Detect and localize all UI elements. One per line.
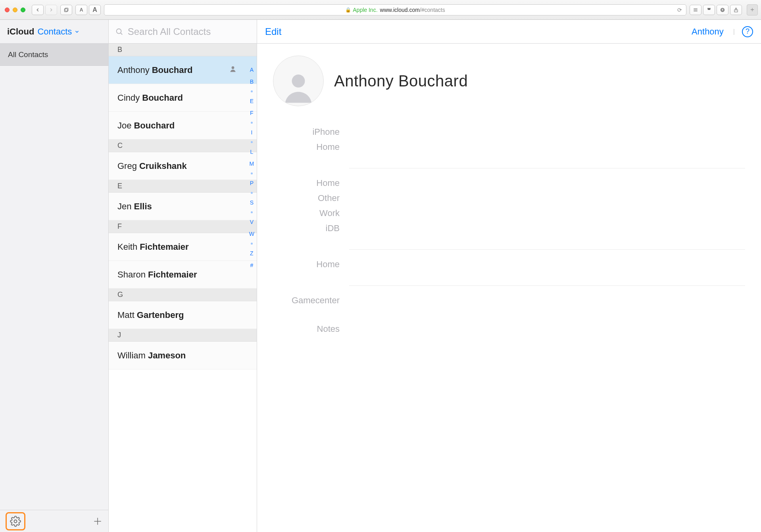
alpha-index-dot[interactable] bbox=[251, 192, 253, 194]
sidebar-footer bbox=[0, 510, 108, 532]
avatar[interactable] bbox=[273, 55, 324, 106]
svg-point-9 bbox=[232, 66, 234, 69]
notes-value[interactable] bbox=[349, 324, 745, 332]
reload-icon[interactable]: ⟳ bbox=[677, 7, 682, 13]
alpha-index-dot[interactable] bbox=[251, 122, 253, 124]
section-header: B bbox=[109, 44, 257, 56]
email-value[interactable] bbox=[349, 193, 745, 201]
profile-row: Gamecenter bbox=[273, 293, 745, 308]
window-minimize-button[interactable] bbox=[13, 8, 17, 12]
alpha-index-dot[interactable] bbox=[251, 90, 253, 92]
svg-rect-0 bbox=[65, 8, 68, 11]
contact-row[interactable]: JenEllis bbox=[109, 193, 257, 220]
svg-line-8 bbox=[121, 33, 122, 34]
edit-button[interactable]: Edit bbox=[265, 26, 281, 37]
alpha-index-letter[interactable]: M bbox=[250, 161, 254, 167]
address-row: Home bbox=[273, 257, 745, 272]
alpha-index-letter[interactable]: Z bbox=[250, 250, 254, 256]
notes-row: Notes bbox=[273, 321, 745, 337]
tabs-button[interactable] bbox=[60, 5, 72, 15]
browser-toolbar: A A 🔒 Apple Inc. www.icloud.com /#contac… bbox=[0, 0, 761, 20]
window-controls bbox=[3, 8, 29, 12]
sidebar-item-all-contacts[interactable]: All Contacts bbox=[0, 44, 108, 66]
contact-first-name: Cindy bbox=[117, 93, 140, 103]
back-button[interactable] bbox=[32, 5, 44, 15]
brand-label: iCloud bbox=[7, 27, 34, 37]
settings-button[interactable] bbox=[10, 516, 21, 527]
alpha-index-dot[interactable] bbox=[251, 211, 253, 213]
section-header: F bbox=[109, 220, 257, 233]
contact-full-name: Anthony Bouchard bbox=[334, 72, 468, 90]
contact-first-name: Matt bbox=[117, 310, 135, 320]
alpha-index-letter[interactable]: E bbox=[250, 98, 254, 104]
alpha-index-letter[interactable]: I bbox=[251, 129, 252, 136]
text-larger-button[interactable]: A bbox=[89, 5, 101, 15]
alpha-index-dot[interactable] bbox=[251, 141, 253, 143]
contact-row[interactable]: WilliamJameson bbox=[109, 342, 257, 369]
window-close-button[interactable] bbox=[5, 8, 10, 12]
svg-point-7 bbox=[117, 29, 121, 33]
alpha-index-letter[interactable]: P bbox=[250, 180, 254, 186]
contact-row[interactable]: GregCruikshank bbox=[109, 152, 257, 180]
share-button[interactable] bbox=[730, 5, 742, 15]
alpha-index-letter[interactable]: V bbox=[250, 219, 254, 225]
extension-button-1[interactable] bbox=[690, 5, 701, 15]
email-value[interactable] bbox=[349, 223, 745, 231]
extension-button-2[interactable] bbox=[703, 5, 715, 15]
contact-row[interactable]: KeithFichtemaier bbox=[109, 233, 257, 261]
contact-first-name: Anthony bbox=[117, 65, 150, 75]
contact-list-panel: BAnthonyBouchardCindyBouchardJoeBouchard… bbox=[109, 20, 257, 532]
email-value[interactable] bbox=[349, 208, 745, 216]
help-button[interactable]: ? bbox=[742, 26, 753, 37]
alpha-index-letter[interactable]: S bbox=[250, 199, 254, 206]
address-domain: www.icloud.com bbox=[380, 7, 420, 13]
email-value[interactable] bbox=[349, 178, 745, 186]
contact-first-name: Joe bbox=[117, 121, 131, 131]
email-row: iDB bbox=[273, 221, 745, 236]
profile-value[interactable] bbox=[349, 295, 745, 303]
contact-row[interactable]: MattGartenberg bbox=[109, 301, 257, 329]
contact-list[interactable]: BAnthonyBouchardCindyBouchardJoeBouchard… bbox=[109, 44, 257, 532]
detail-body: Anthony Bouchard iPhoneHome HomeOtherWor… bbox=[257, 44, 761, 532]
search-input[interactable] bbox=[128, 26, 250, 37]
email-row: Work bbox=[273, 206, 745, 221]
sidebar: iCloud Contacts All Contacts bbox=[0, 20, 109, 532]
alpha-index-dot[interactable] bbox=[251, 172, 253, 174]
contact-last-name: Ellis bbox=[134, 201, 152, 212]
alpha-index[interactable]: ABEFILMPSVWZ# bbox=[249, 56, 254, 532]
account-menu[interactable]: Anthony bbox=[692, 27, 726, 37]
icloud-contacts-app: iCloud Contacts All Contacts bbox=[0, 20, 761, 532]
address-bar[interactable]: 🔒 Apple Inc. www.icloud.com /#contacts ⟳ bbox=[104, 4, 686, 15]
forward-button[interactable] bbox=[45, 5, 57, 15]
contact-row[interactable]: AnthonyBouchard bbox=[109, 56, 257, 84]
alpha-index-letter[interactable]: F bbox=[250, 110, 254, 116]
add-contact-button[interactable] bbox=[92, 516, 103, 526]
search-bar bbox=[109, 20, 257, 44]
window-zoom-button[interactable] bbox=[21, 8, 25, 12]
phone-label: iPhone bbox=[273, 127, 340, 137]
address-value[interactable] bbox=[349, 259, 745, 267]
phone-value[interactable] bbox=[349, 127, 745, 135]
address-company: Apple Inc. bbox=[353, 7, 377, 13]
phone-value[interactable] bbox=[349, 142, 745, 150]
alpha-index-letter[interactable]: L bbox=[250, 149, 253, 155]
contact-row[interactable]: SharonFichtemaier bbox=[109, 261, 257, 289]
email-label: iDB bbox=[273, 223, 340, 233]
alpha-index-letter[interactable]: # bbox=[250, 262, 253, 268]
app-switcher[interactable]: Contacts bbox=[37, 27, 80, 37]
gear-icon bbox=[10, 516, 21, 527]
lock-icon: 🔒 bbox=[345, 7, 351, 13]
email-row: Home bbox=[273, 176, 745, 191]
alpha-index-letter[interactable]: B bbox=[250, 78, 254, 85]
new-tab-button[interactable]: ＋ bbox=[747, 4, 758, 15]
text-smaller-button[interactable]: A bbox=[75, 5, 87, 15]
contact-row[interactable]: JoeBouchard bbox=[109, 112, 257, 140]
alpha-index-letter[interactable]: A bbox=[250, 67, 254, 73]
alpha-index-dot[interactable] bbox=[251, 243, 253, 245]
contact-row[interactable]: CindyBouchard bbox=[109, 84, 257, 112]
app-switcher-label: Contacts bbox=[37, 27, 72, 37]
sidebar-item-label: All Contacts bbox=[8, 50, 48, 59]
downloads-button[interactable] bbox=[717, 5, 728, 15]
contact-first-name: Jen bbox=[117, 201, 131, 212]
alpha-index-letter[interactable]: W bbox=[249, 231, 254, 237]
